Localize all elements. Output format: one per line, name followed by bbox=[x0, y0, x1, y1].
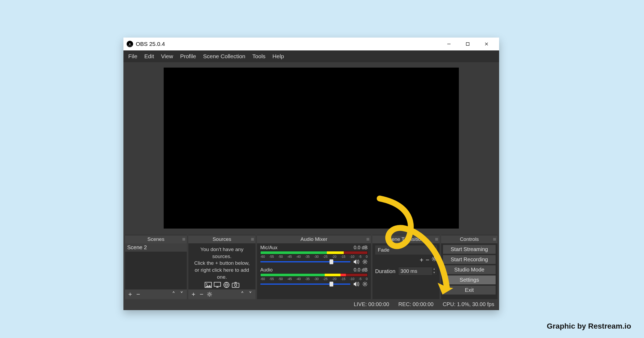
studio-mode-button[interactable]: Studio Mode bbox=[443, 265, 496, 274]
start-recording-button[interactable]: Start Recording bbox=[443, 255, 496, 264]
spinner-icon[interactable]: ▲▼ bbox=[432, 267, 436, 275]
maximize-icon bbox=[466, 42, 470, 46]
dock-transitions: Scene Transitions Fade ▲▼ + − Duration 3… bbox=[372, 235, 440, 299]
transition-duration-input[interactable]: 300 ms bbox=[398, 267, 437, 275]
close-icon bbox=[484, 42, 489, 46]
menu-file[interactable]: File bbox=[125, 52, 141, 61]
menubar: File Edit View Profile Scene Collection … bbox=[123, 50, 499, 62]
globe-icon bbox=[223, 282, 230, 288]
dock-mixer-title[interactable]: Audio Mixer bbox=[257, 235, 371, 243]
move-source-up-button[interactable]: ˄ bbox=[239, 291, 245, 298]
svg-point-8 bbox=[364, 261, 366, 263]
gear-icon[interactable] bbox=[362, 281, 368, 287]
menu-profile[interactable]: Profile bbox=[177, 52, 199, 61]
add-source-button[interactable]: + bbox=[191, 291, 196, 298]
move-scene-down-button[interactable]: ˅ bbox=[179, 291, 185, 298]
start-streaming-button[interactable]: Start Streaming bbox=[443, 245, 496, 254]
sources-empty-line3: or right click here to add one. bbox=[192, 267, 252, 280]
svg-point-7 bbox=[209, 293, 211, 295]
gear-icon[interactable] bbox=[431, 256, 437, 262]
close-button[interactable] bbox=[477, 38, 496, 50]
mixer-mic-db: 0.0 dB bbox=[354, 245, 368, 251]
controls-body: Start Streaming Start Recording Studio M… bbox=[441, 243, 497, 299]
exit-button[interactable]: Exit bbox=[443, 285, 496, 295]
settings-button[interactable]: Settings bbox=[443, 275, 496, 285]
transition-select[interactable]: Fade ▲▼ bbox=[375, 245, 437, 255]
window-title: OBS 25.0.4 bbox=[136, 41, 165, 47]
scene-item-selected[interactable]: Scene 2 bbox=[125, 243, 187, 252]
status-rec: REC: 00:00:00 bbox=[398, 301, 433, 307]
scenes-toolbar: + − ˄ ˅ bbox=[125, 289, 187, 299]
minimize-button[interactable] bbox=[440, 38, 458, 50]
status-live: LIVE: 00:00:00 bbox=[354, 301, 389, 307]
mixer-audio-ticks: -60-55-50-45-40-35-30-25-20-15-10-50 bbox=[260, 277, 368, 281]
camera-icon bbox=[232, 282, 239, 288]
svg-rect-0 bbox=[466, 43, 469, 46]
menu-view[interactable]: View bbox=[158, 52, 176, 61]
gear-icon bbox=[207, 292, 212, 297]
remove-source-button[interactable]: − bbox=[199, 291, 204, 298]
menu-tools[interactable]: Tools bbox=[249, 52, 269, 61]
mixer-audio-db: 0.0 dB bbox=[354, 267, 368, 273]
transition-duration-label: Duration bbox=[375, 268, 396, 274]
dock-scenes: Scenes Scene 2 + − ˄ ˅ bbox=[125, 235, 187, 299]
svg-point-6 bbox=[235, 284, 237, 286]
source-settings-button[interactable] bbox=[207, 292, 213, 297]
titlebar[interactable]: OBS 25.0.4 bbox=[123, 38, 499, 50]
add-transition-button[interactable]: + bbox=[420, 256, 423, 264]
display-icon bbox=[214, 282, 221, 288]
svg-rect-3 bbox=[214, 282, 221, 286]
image-icon bbox=[204, 282, 212, 288]
sources-empty-line1: You don't have any sources. bbox=[192, 246, 252, 260]
minimize-icon bbox=[447, 42, 451, 46]
sources-hint-icons bbox=[188, 282, 255, 289]
speaker-icon[interactable] bbox=[353, 259, 360, 264]
mixer-mic-label: Mic/Aux bbox=[260, 245, 277, 251]
mixer-audio-label: Audio bbox=[260, 267, 273, 273]
move-scene-up-button[interactable]: ˄ bbox=[171, 291, 177, 298]
mixer-mic-ticks: -60-55-50-45-40-35-30-25-20-15-10-50 bbox=[260, 254, 368, 259]
dock-transitions-title[interactable]: Scene Transitions bbox=[372, 235, 440, 243]
menu-edit[interactable]: Edit bbox=[141, 52, 157, 61]
graphic-credit: Graphic by Restream.io bbox=[547, 322, 631, 330]
menu-help[interactable]: Help bbox=[269, 52, 287, 61]
maximize-button[interactable] bbox=[458, 38, 477, 50]
svg-point-2 bbox=[206, 284, 207, 285]
transitions-body: Fade ▲▼ + − Duration 300 ms ▲▼ bbox=[372, 243, 440, 299]
mixer-audio-volume-slider[interactable] bbox=[260, 284, 350, 285]
add-scene-button[interactable]: + bbox=[127, 291, 133, 298]
dock-audio-mixer: Audio Mixer Mic/Aux 0.0 dB -60-55-50-45-… bbox=[257, 235, 371, 299]
mixer-audio-meter bbox=[260, 273, 368, 277]
menu-scene-collection[interactable]: Scene Collection bbox=[200, 52, 249, 61]
preview-canvas[interactable] bbox=[164, 68, 459, 229]
obs-window: OBS 25.0.4 File Edit View Profile Scene … bbox=[123, 38, 499, 310]
scenes-list[interactable]: Scene 2 bbox=[125, 243, 187, 289]
remove-transition-button[interactable]: − bbox=[426, 256, 429, 264]
spinner-icon: ▲▼ bbox=[431, 246, 436, 254]
sources-toolbar: + − ˄ ˅ bbox=[188, 289, 255, 299]
dock-scenes-title[interactable]: Scenes bbox=[125, 235, 187, 243]
mixer-channel-mic: Mic/Aux 0.0 dB -60-55-50-45-40-35-30-25-… bbox=[257, 243, 371, 266]
statusbar: LIVE: 00:00:00 REC: 00:00:00 CPU: 1.0%, … bbox=[123, 300, 499, 310]
dock-sources-title[interactable]: Sources bbox=[188, 235, 255, 243]
dock-controls: Controls Start Streaming Start Recording… bbox=[441, 235, 497, 299]
remove-scene-button[interactable]: − bbox=[135, 291, 141, 298]
mixer-body: Mic/Aux 0.0 dB -60-55-50-45-40-35-30-25-… bbox=[257, 243, 371, 299]
gear-icon[interactable] bbox=[362, 259, 368, 264]
mixer-channel-audio: Audio 0.0 dB -60-55-50-45-40-35-30-25-20… bbox=[257, 266, 371, 288]
transition-select-value: Fade bbox=[378, 247, 389, 253]
dock-row: Scenes Scene 2 + − ˄ ˅ Sources You don't… bbox=[123, 235, 499, 300]
dock-sources: Sources You don't have any sources. Clic… bbox=[188, 235, 255, 299]
dock-controls-title[interactable]: Controls bbox=[441, 235, 497, 243]
obs-logo-icon bbox=[127, 41, 133, 47]
svg-point-9 bbox=[364, 283, 366, 285]
mixer-mic-volume-slider[interactable] bbox=[260, 261, 350, 262]
svg-point-10 bbox=[433, 258, 435, 260]
sources-list[interactable]: You don't have any sources. Click the + … bbox=[188, 243, 255, 289]
move-source-down-button[interactable]: ˅ bbox=[247, 291, 253, 298]
speaker-icon[interactable] bbox=[353, 281, 360, 287]
preview-area bbox=[123, 62, 499, 235]
sources-empty-line2: Click the + button below, bbox=[192, 260, 252, 267]
mixer-mic-meter bbox=[260, 251, 368, 254]
status-cpu: CPU: 1.0%, 30.00 fps bbox=[443, 301, 494, 307]
